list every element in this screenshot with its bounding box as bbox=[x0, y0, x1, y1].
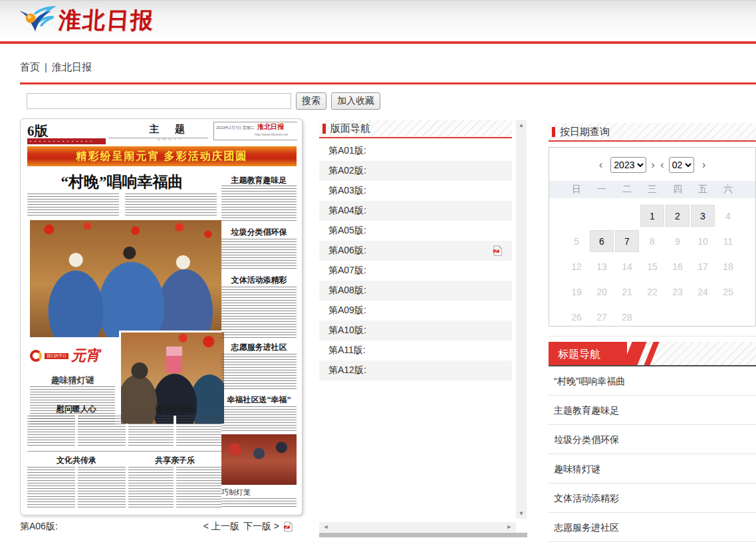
next-year-arrow[interactable]: › bbox=[650, 158, 656, 172]
page-nav-panel: 版面导航 第A01版:第A02版:第A03版:第A04版:第A05版:第A06版… bbox=[319, 120, 527, 537]
search-bar: 搜索 加入收藏 bbox=[27, 92, 380, 110]
site-logo[interactable]: 淮北日报 bbox=[17, 5, 154, 37]
page-nav-item[interactable]: 第A11版: bbox=[319, 340, 512, 360]
calendar-weekday-row: 日一二三四五六 bbox=[549, 181, 755, 198]
title-nav-item[interactable]: 志愿服务进社区 bbox=[549, 513, 756, 542]
breadcrumb-home-link[interactable]: 首页 bbox=[20, 61, 40, 72]
header-divider bbox=[0, 41, 756, 44]
current-edition-label: 第A06版: bbox=[20, 521, 58, 533]
body-text-placeholder bbox=[128, 467, 221, 508]
paper-masthead: 淮北日报 bbox=[257, 122, 284, 132]
scroll-left-arrow-icon[interactable]: ◄ bbox=[320, 522, 331, 532]
weekday-label: 四 bbox=[665, 184, 690, 196]
body-text-placeholder bbox=[221, 287, 297, 338]
scroll-down-arrow-icon[interactable]: ▼ bbox=[516, 508, 527, 519]
calendar-day[interactable]: 6 bbox=[590, 230, 614, 252]
paper-headline: 趣味猜灯谜 bbox=[30, 374, 115, 386]
prev-page-link[interactable]: < 上一版 bbox=[203, 521, 239, 533]
calendar-day: 21 bbox=[614, 281, 640, 303]
title-nav-item[interactable]: 主题教育趣味足 bbox=[549, 396, 756, 425]
weekday-label: 五 bbox=[690, 184, 715, 196]
title-nav-item[interactable]: 垃圾分类倡环保 bbox=[549, 425, 756, 454]
festival-badge: 我们的节日 bbox=[45, 353, 68, 359]
scroll-up-arrow-icon[interactable]: ▲ bbox=[516, 120, 527, 130]
site-header: 淮北日报 bbox=[0, 0, 756, 41]
newspaper-logo-icon bbox=[17, 5, 56, 37]
calendar-nav: ‹ 2023 › ‹ 02 › bbox=[549, 156, 755, 174]
paper-headline: 垃圾分类倡环保 bbox=[221, 227, 297, 238]
photo-craft bbox=[221, 434, 297, 485]
page-nav-item[interactable]: 第A07版: bbox=[319, 261, 512, 281]
date-query-title: 按日期查询 bbox=[560, 126, 610, 138]
paper-headline: 文化共传承 bbox=[27, 455, 126, 466]
paper-headline: 文体活动添精彩 bbox=[221, 275, 297, 286]
calendar-day: 27 bbox=[589, 306, 614, 328]
weekday-label: 日 bbox=[564, 184, 589, 196]
body-text-placeholder bbox=[221, 186, 297, 223]
body-text-placeholder bbox=[221, 354, 297, 390]
page-nav-item[interactable]: 第A10版: bbox=[319, 321, 512, 340]
paper-edition-infobar bbox=[27, 138, 106, 144]
calendar-day[interactable]: 7 bbox=[615, 230, 639, 252]
calendar-day[interactable]: 3 bbox=[691, 205, 715, 227]
next-page-link[interactable]: 下一版 > bbox=[243, 521, 279, 533]
search-button[interactable]: 搜索 bbox=[296, 92, 326, 110]
page-nav-item-label: 第A01版: bbox=[328, 145, 512, 157]
month-select[interactable]: 02 bbox=[669, 157, 694, 173]
paper-section-title: 主 题 bbox=[127, 123, 213, 136]
search-input[interactable] bbox=[27, 93, 291, 109]
title-nav-item[interactable]: 趣味猜灯谜 bbox=[549, 454, 756, 483]
page-nav-header: 版面导航 bbox=[319, 120, 512, 138]
page-nav-item-label: 第A02版: bbox=[328, 165, 512, 177]
calendar-day: 19 bbox=[564, 281, 589, 303]
calendar-day: 18 bbox=[715, 255, 741, 277]
paper-rule bbox=[27, 451, 221, 452]
title-nav-list: “村晚”唱响幸福曲主题教育趣味足垃圾分类倡环保趣味猜灯谜文体活动添精彩志愿服务进… bbox=[549, 366, 756, 542]
horizontal-scrollbar-thumb[interactable] bbox=[319, 533, 527, 537]
page-nav-item[interactable]: 第A09版: bbox=[319, 301, 512, 321]
add-favorite-button[interactable]: 加入收藏 bbox=[331, 92, 380, 110]
body-text-placeholder bbox=[27, 416, 126, 448]
breadcrumb: 首页|淮北日报 bbox=[20, 61, 92, 74]
pdf-icon[interactable] bbox=[493, 245, 503, 256]
page-nav-item[interactable]: 第A02版: bbox=[319, 161, 512, 181]
calendar-day: 17 bbox=[690, 255, 715, 277]
paper-banner-headline: 精彩纷呈闹元宵 多彩活动庆团圆 bbox=[27, 146, 297, 166]
page-nav-item[interactable]: 第A03版: bbox=[319, 181, 512, 201]
year-select[interactable]: 2023 bbox=[610, 157, 646, 173]
page-nav-title: 版面导航 bbox=[330, 122, 370, 135]
vertical-scrollbar[interactable]: ▲ ▼ bbox=[516, 120, 527, 519]
scroll-right-arrow-icon[interactable]: ► bbox=[504, 522, 515, 532]
page-nav-item[interactable]: 第A04版: bbox=[319, 201, 512, 221]
calendar-day: 15 bbox=[640, 255, 665, 277]
prev-year-arrow[interactable]: ‹ bbox=[595, 158, 607, 172]
photo-villagers bbox=[30, 220, 221, 337]
page-root: 淮北日报 首页|淮北日报 搜索 加入收藏 6版 主 题 ZHUTI 2023年2… bbox=[0, 0, 756, 542]
paper-masthead-url: http://www.hbnews.net bbox=[255, 132, 288, 136]
prev-month-arrow[interactable]: ‹ bbox=[660, 158, 665, 172]
calendar-day: 9 bbox=[665, 230, 690, 252]
title-nav-item[interactable]: 文体活动添精彩 bbox=[549, 483, 756, 513]
calendar-day[interactable]: 2 bbox=[666, 205, 690, 227]
pagination: < 上一版 下一版 > bbox=[203, 521, 279, 533]
photo-caption: 巧制灯笼 bbox=[221, 487, 251, 497]
title-nav-badge: 标题导航 bbox=[549, 342, 627, 366]
horizontal-scrollbar[interactable]: ◄ ► bbox=[319, 522, 516, 532]
page-nav-item-label: 第A08版: bbox=[328, 285, 512, 297]
next-month-arrow[interactable]: › bbox=[698, 158, 710, 172]
calendar-day[interactable]: 1 bbox=[640, 205, 664, 227]
page-nav-item[interactable]: 第A08版: bbox=[319, 281, 512, 301]
pdf-icon[interactable] bbox=[283, 521, 293, 532]
page-nav-item-label: 第A09版: bbox=[328, 305, 512, 317]
body-text-placeholder bbox=[128, 416, 221, 448]
calendar-day: 26 bbox=[564, 306, 589, 328]
page-nav-item[interactable]: 第A06版: bbox=[319, 241, 512, 261]
page-nav-item-label: 第A05版: bbox=[328, 225, 512, 237]
title-nav-item[interactable]: “村晚”唱响幸福曲 bbox=[549, 366, 756, 396]
calendar-day: 14 bbox=[614, 255, 640, 277]
page-nav-item[interactable]: 第A12版: bbox=[319, 360, 512, 380]
page-nav-item[interactable]: 第A05版: bbox=[319, 221, 512, 241]
page-nav-item[interactable]: 第A01版: bbox=[319, 141, 512, 161]
breadcrumb-current-link[interactable]: 淮北日报 bbox=[52, 61, 92, 72]
newspaper-page-image[interactable]: 6版 主 题 ZHUTI 2023年2月7日 星期二 淮北日报 http://w… bbox=[20, 118, 303, 515]
